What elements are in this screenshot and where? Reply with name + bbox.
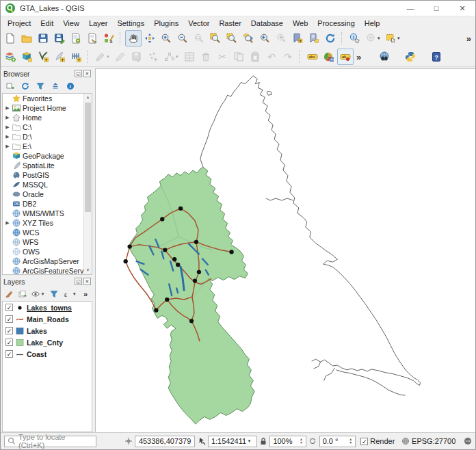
filter-expression-dropdown[interactable]: ▾ — [73, 291, 78, 297]
coordinate-box[interactable]: 453386,407379 — [135, 436, 195, 447]
layer-checkbox[interactable]: ✓ — [5, 339, 13, 346]
layers-toolbar-overflow-button[interactable]: » — [81, 290, 90, 298]
new-spatial-bookmark-button[interactable] — [289, 30, 306, 47]
modify-attributes-button[interactable] — [181, 49, 198, 65]
toolbar-overflow-button[interactable]: » — [464, 34, 474, 44]
scale-combo[interactable]: 1:1542411 ▾ — [208, 436, 257, 447]
render-checkbox[interactable]: ✓ — [360, 438, 368, 445]
locator-search[interactable]: Type to locate (Ctrl+K) — [4, 436, 96, 447]
browser-item-oracle[interactable]: Oracle — [3, 189, 92, 199]
lock-scale-icon[interactable] — [259, 437, 268, 445]
delete-selected-button[interactable] — [198, 49, 214, 65]
browser-close-button[interactable]: ✕ — [83, 70, 91, 77]
browser-item-c-drive[interactable]: ▶C:\ — [3, 122, 92, 132]
layer-checkbox[interactable]: ✓ — [5, 327, 13, 334]
help-contents-button[interactable]: ? — [428, 49, 445, 65]
maximize-button[interactable]: □ — [423, 1, 449, 16]
pan-map-button[interactable] — [125, 30, 142, 47]
minimize-button[interactable]: — — [397, 1, 423, 16]
close-button[interactable]: ✕ — [449, 1, 475, 16]
menu-help[interactable]: Help — [360, 18, 385, 29]
filter-expression-button[interactable]: ε — [62, 288, 72, 300]
zoom-to-selection-button[interactable] — [224, 30, 240, 47]
browser-item-db2[interactable]: DB2DB2 — [3, 199, 92, 209]
expand-arrow[interactable]: ▶ — [5, 115, 10, 120]
save-project-as-button[interactable] — [51, 30, 68, 47]
new-print-layout-button[interactable] — [68, 30, 84, 47]
messages-icon[interactable] — [463, 437, 472, 445]
menu-view[interactable]: View — [58, 18, 84, 29]
browser-item-arcgisfeatureserver[interactable]: ArcGisFeatureServer — [3, 266, 92, 275]
expand-arrow[interactable]: ▶ — [5, 134, 10, 140]
scale-dropdown[interactable]: ▾ — [248, 438, 254, 444]
save-layer-edits-button[interactable] — [129, 49, 145, 65]
layer-row-coast[interactable]: ✓ Coast — [3, 348, 92, 360]
zoom-full-button[interactable] — [207, 30, 224, 47]
rotation-spin-arrows[interactable]: ▲▼ — [349, 438, 352, 445]
map-canvas[interactable] — [96, 69, 475, 432]
cut-features-button[interactable]: ✂ — [214, 49, 230, 65]
map-themes-dropdown[interactable]: ▾ — [42, 291, 47, 297]
browser-item-wcs[interactable]: WCS — [3, 228, 92, 237]
pan-map-to-selection-button[interactable] — [142, 30, 158, 47]
scrollbar-thumb[interactable] — [85, 103, 91, 212]
show-spatial-bookmarks-button[interactable] — [306, 30, 322, 47]
crs-label[interactable]: EPSG:27700 — [412, 437, 455, 445]
open-project-button[interactable] — [18, 30, 35, 47]
magnifier-spin-arrows[interactable]: ▲▼ — [300, 438, 303, 445]
menu-raster[interactable]: Raster — [214, 18, 246, 29]
add-group-button[interactable] — [17, 288, 27, 300]
toggle-editing-button[interactable] — [112, 49, 129, 65]
layer-checkbox[interactable]: ✓ — [5, 315, 13, 323]
layer-row-lakes-towns[interactable]: ✓ Lakes_towns — [3, 302, 92, 313]
menu-processing[interactable]: Processing — [313, 18, 359, 29]
collapse-all-button[interactable] — [49, 80, 62, 92]
menu-project[interactable]: Project — [3, 18, 36, 29]
current-edits-dropdown[interactable]: ▾ — [107, 54, 112, 59]
zoom-native-button[interactable]: 1:1 — [191, 30, 207, 47]
browser-item-arcgismapserver[interactable]: ArcGisMapServer — [3, 256, 92, 266]
layer-row-main-roads[interactable]: ✓ Main_Roads — [3, 313, 92, 325]
menu-plugins[interactable]: Plugins — [149, 18, 183, 29]
mouse-position-icon[interactable] — [197, 437, 206, 445]
zoom-last-button[interactable] — [256, 30, 273, 47]
zoom-next-button[interactable] — [273, 30, 289, 47]
layer-label-options-button[interactable]: ab — [337, 49, 354, 65]
new-spatialite-layer-button[interactable] — [51, 49, 68, 65]
browser-item-mssql[interactable]: MSSQL — [3, 180, 92, 189]
menu-layer[interactable]: Layer — [84, 18, 113, 29]
browser-item-e-drive[interactable]: ▶E:\ — [3, 142, 92, 151]
layer-diagram-button[interactable] — [321, 49, 337, 65]
rotation-spinbox[interactable]: 0.0 ° ▲▼ — [319, 436, 356, 447]
menu-database[interactable]: Database — [246, 18, 288, 29]
undo-button[interactable]: ↶ — [263, 49, 280, 65]
layers-float-button[interactable]: ◱ — [75, 278, 82, 285]
scroll-down-icon[interactable]: ▼ — [84, 267, 92, 274]
copy-features-button[interactable] — [230, 49, 247, 65]
add-selected-layers-button[interactable] — [4, 80, 16, 92]
zoom-to-layer-button[interactable] — [240, 30, 256, 47]
filter-legend-button[interactable] — [49, 288, 60, 300]
python-console-button[interactable] — [402, 49, 419, 65]
paste-features-button[interactable] — [247, 49, 263, 65]
menu-edit[interactable]: Edit — [36, 18, 58, 29]
identify-features-button[interactable]: i — [347, 30, 363, 47]
browser-float-button[interactable]: ◱ — [75, 70, 82, 77]
browser-item-wfs[interactable]: WFS — [3, 237, 92, 247]
browser-item-spatialite[interactable]: SpatiaLite — [3, 161, 92, 170]
filter-browser-button[interactable] — [34, 80, 47, 92]
expand-arrow[interactable]: ▶ — [5, 144, 10, 149]
redo-button[interactable]: ↷ — [280, 49, 296, 65]
browser-item-xyz-tiles[interactable]: ▶XYZ Tiles — [3, 218, 92, 228]
zoom-out-button[interactable] — [174, 30, 191, 47]
magnifier-spinbox[interactable]: 100% ▲▼ — [269, 436, 306, 447]
layer-labeling-button[interactable]: abc — [304, 49, 321, 65]
menu-settings[interactable]: Settings — [112, 18, 149, 29]
browser-item-project-home[interactable]: ▶Project Home — [3, 103, 92, 113]
add-feature-button[interactable] — [145, 49, 161, 65]
menu-web[interactable]: Web — [288, 18, 313, 29]
new-project-button[interactable] — [2, 30, 18, 47]
new-geopackage-layer-button[interactable] — [18, 49, 35, 65]
browser-item-geopackage[interactable]: GeoPackage — [3, 151, 92, 161]
menu-vector[interactable]: Vector — [183, 18, 214, 29]
